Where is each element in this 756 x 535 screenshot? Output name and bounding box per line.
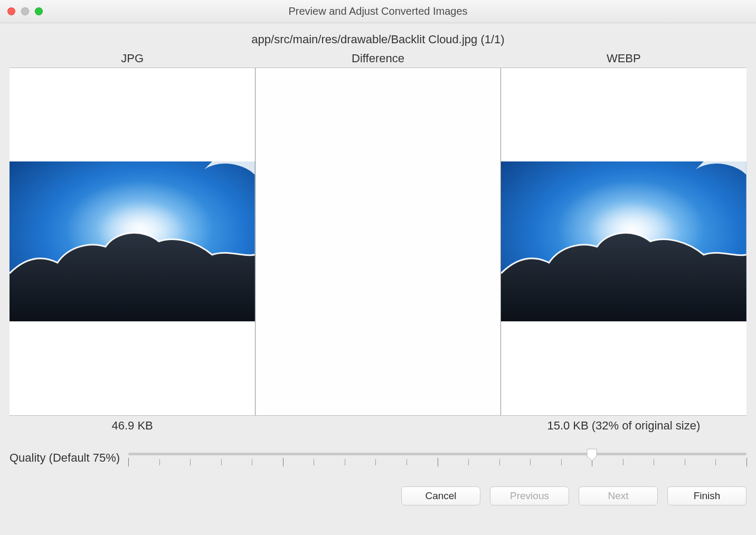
previous-button[interactable]: Previous [490,486,569,505]
dialog-content: app/src/main/res/drawable/Backlit Cloud.… [0,23,756,535]
dialog-window: Preview and Adjust Converted Images app/… [0,0,756,535]
slider-ticks [128,458,746,466]
quality-slider[interactable] [128,447,746,469]
cloud-image [501,161,746,321]
preview-difference [255,68,501,415]
column-header-difference: Difference [255,52,500,68]
finish-button[interactable]: Finish [667,486,746,505]
size-middle-spacer [255,419,500,433]
file-path: app/src/main/res/drawable/Backlit Cloud.… [10,33,746,46]
dialog-buttons: Cancel Previous Next Finish [10,486,746,505]
column-header-jpg: JPG [10,52,255,68]
zoom-icon[interactable] [35,7,43,15]
difference-image [256,68,501,415]
minimize-icon[interactable] [21,7,29,15]
window-controls [0,7,43,15]
cloud-image [10,161,255,321]
original-size: 46.9 KB [10,419,255,433]
slider-thumb[interactable] [587,448,597,461]
quality-label: Quality (Default 75%) [10,451,120,465]
size-info-row: 46.9 KB 15.0 KB (32% of original size) [10,419,746,433]
preview-original [10,68,255,415]
column-header-webp: WEBP [501,52,746,68]
preview-panes [10,68,746,416]
cancel-button[interactable]: Cancel [401,486,480,505]
slider-track [128,453,746,455]
preview-converted [500,68,746,415]
titlebar: Preview and Adjust Converted Images [0,0,756,23]
window-title: Preview and Adjust Converted Images [0,5,756,17]
converted-size: 15.0 KB (32% of original size) [501,419,746,433]
preview-column-headers: JPG Difference WEBP [10,52,746,68]
close-icon[interactable] [7,7,15,15]
quality-row: Quality (Default 75%) [10,447,746,469]
next-button[interactable]: Next [579,486,658,505]
